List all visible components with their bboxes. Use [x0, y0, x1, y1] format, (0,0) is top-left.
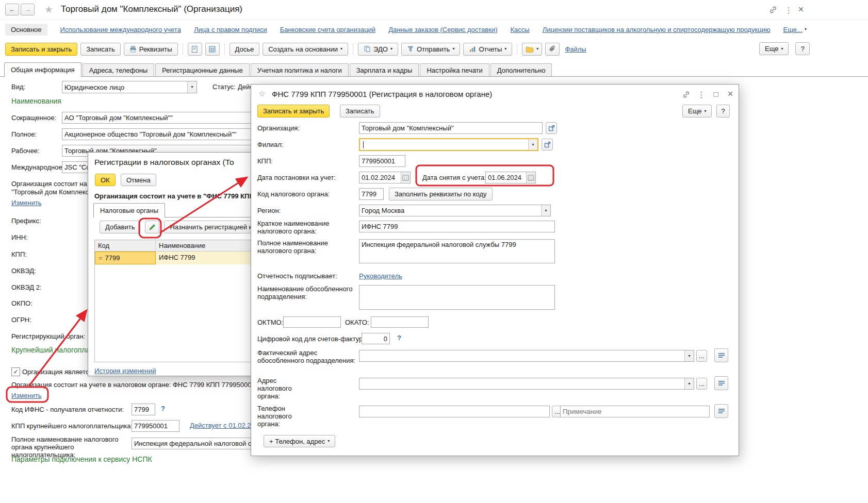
cancel-button[interactable]: Отмена [121, 174, 156, 186]
back-button[interactable]: ← [5, 4, 19, 15]
chevron-down-icon[interactable]: ▾ [528, 139, 537, 150]
save-and-close-button[interactable]: Записать и закрыть [5, 43, 77, 56]
invoice-code-field[interactable] [362, 333, 390, 344]
history-link[interactable]: История изменений [94, 367, 156, 375]
tab-addresses[interactable]: Адреса, телефоны [83, 63, 155, 76]
nav-link-order-data[interactable]: Данные заказов (Сервис доставки) [388, 26, 497, 33]
short-tax-name-field[interactable] [359, 221, 555, 232]
save-and-close-button[interactable]: Записать и закрыть [257, 105, 330, 118]
reports-button[interactable]: Отчеты ▾ [463, 43, 512, 56]
forward-button[interactable]: → [21, 4, 35, 15]
requisites-button[interactable]: Реквизиты [124, 43, 178, 56]
organization-field[interactable] [359, 122, 543, 134]
region-input[interactable] [359, 205, 541, 216]
create-based-on-button[interactable]: Создать на основании ▾ [263, 43, 348, 56]
region-select[interactable]: ▾ [359, 205, 551, 216]
calendar-icon[interactable] [526, 172, 535, 183]
short-name-field[interactable] [62, 112, 252, 124]
add-button[interactable]: Добавить [100, 221, 140, 233]
nav-link-cash-desks[interactable]: Кассы [511, 26, 530, 33]
kind-input[interactable] [62, 81, 187, 93]
deregistration-date-field[interactable] [485, 172, 536, 183]
link-icon[interactable] [767, 5, 779, 15]
column-code[interactable]: Код [95, 240, 156, 251]
calendar-icon[interactable] [401, 172, 410, 183]
calculator-button[interactable] [205, 43, 220, 56]
favorite-star-icon[interactable]: ★ [44, 4, 53, 15]
kpp-field[interactable] [359, 155, 405, 167]
actual-address-select[interactable]: ▾ [359, 350, 694, 362]
tab-payroll[interactable]: Зарплата и кадры [350, 63, 419, 76]
dossier-button[interactable]: Досье [230, 43, 260, 56]
tab-additional[interactable]: Дополнительно [490, 63, 552, 76]
nav-item-main[interactable]: Основное [5, 24, 47, 36]
nav-link-intl-accounting[interactable]: Использование международного учета [60, 26, 181, 33]
folder-button[interactable]: ▾ [522, 43, 542, 56]
nav-link-alcohol-licenses[interactable]: Лицензии поставщиков на алкогольную и сп… [543, 26, 771, 33]
tab-print-settings[interactable]: Настройка печати [420, 63, 489, 76]
help-button[interactable]: ? [716, 105, 730, 118]
save-button[interactable]: Записать [340, 105, 380, 118]
tax-address-note-button[interactable] [714, 376, 728, 390]
open-organization-button[interactable] [546, 122, 557, 134]
edit-pencil-button[interactable] [145, 221, 159, 233]
more-button[interactable]: Еще ▾ [759, 42, 789, 55]
tax-address-select[interactable]: ▾ [359, 378, 694, 390]
tab-accounting-policy[interactable]: Учетная политика и налоги [251, 63, 349, 76]
preview-button[interactable] [188, 43, 202, 56]
tax-address-input[interactable] [359, 378, 684, 389]
division-name-field[interactable] [359, 285, 555, 310]
close-icon[interactable]: × [795, 4, 807, 14]
code-cell[interactable]: = 7799 [95, 252, 156, 264]
branch-input[interactable] [360, 139, 528, 150]
send-button[interactable]: Отправить ▾ [401, 43, 460, 56]
oktmo-field[interactable] [283, 316, 341, 328]
actual-address-note-button[interactable] [714, 348, 728, 362]
more-dots-icon[interactable]: ⋮ [696, 89, 707, 99]
ifns-code-field[interactable] [132, 404, 155, 415]
full-tax-name-field[interactable]: Инспекция федеральной налоговой службы 7… [359, 239, 555, 263]
edo-button[interactable]: ЭДО ▾ [358, 43, 398, 56]
maximize-icon[interactable]: □ [710, 89, 722, 99]
fill-by-code-button[interactable]: Заполнить реквизиты по коду [389, 188, 493, 200]
change-registration-link[interactable]: Изменить [11, 199, 42, 207]
add-phone-address-button[interactable]: + Телефон, адрес ▾ [264, 435, 335, 447]
phone-note-button[interactable] [714, 404, 728, 418]
open-branch-button[interactable] [542, 139, 553, 150]
deregistration-date-input[interactable] [486, 172, 526, 183]
tax-authority-code-field[interactable] [359, 188, 384, 200]
branch-select[interactable]: ▾ [359, 138, 538, 151]
chevron-down-icon[interactable]: ▾ [187, 81, 196, 93]
kpp-largest-field[interactable] [132, 420, 179, 432]
close-icon[interactable]: × [725, 89, 736, 99]
chevron-down-icon[interactable]: ▾ [684, 378, 694, 389]
full-name-field[interactable] [62, 128, 252, 140]
change-tax-registration-link[interactable]: Изменить [11, 392, 42, 399]
files-link[interactable]: Файлы [565, 45, 586, 53]
attach-button[interactable] [545, 43, 560, 56]
org-is-checkbox[interactable]: ✓ [11, 367, 20, 376]
registration-date-input[interactable] [359, 172, 401, 183]
invoice-code-help-icon[interactable]: ? [397, 334, 401, 342]
actual-address-ellipsis-button[interactable]: ... [696, 350, 707, 362]
help-button[interactable]: ? [795, 42, 810, 55]
favorite-star-icon[interactable]: ☆ [258, 89, 266, 98]
link-icon[interactable] [680, 89, 692, 99]
tab-general-info[interactable]: Общая информация [4, 62, 81, 77]
tax-address-ellipsis-button[interactable]: ... [696, 378, 707, 390]
nav-more[interactable]: Еще... ▾ [783, 26, 807, 33]
actual-address-input[interactable] [359, 350, 684, 361]
nav-link-signers[interactable]: Лица с правом подписи [194, 26, 267, 33]
ifns-help-icon[interactable]: ? [161, 405, 165, 412]
save-button[interactable]: Записать [80, 43, 121, 56]
signer-link[interactable]: Руководитель [359, 272, 402, 280]
more-button[interactable]: Еще ▾ [682, 105, 712, 118]
registration-date-field[interactable] [359, 172, 411, 183]
assign-registration-button[interactable]: Назначить регистрацией кру [164, 221, 264, 233]
tab-registration-data[interactable]: Регистрационные данные [155, 63, 249, 76]
tax-phone-field[interactable] [359, 406, 550, 417]
chevron-down-icon[interactable]: ▾ [684, 350, 694, 361]
more-dots-icon[interactable]: ⋮ [783, 5, 794, 15]
tab-tax-authorities[interactable]: Налоговые органы [93, 203, 165, 217]
kind-select[interactable]: ▾ [62, 81, 197, 93]
